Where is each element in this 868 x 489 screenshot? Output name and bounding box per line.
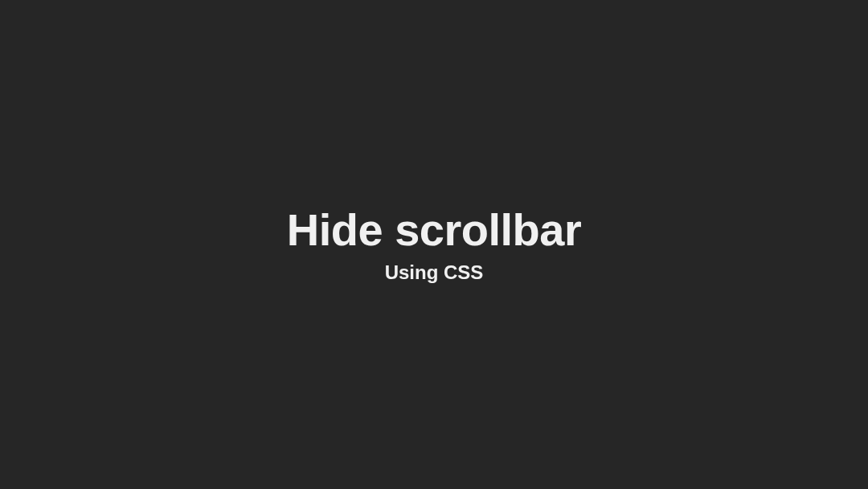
title-container: Hide scrollbar Using CSS	[287, 205, 581, 284]
subtitle: Using CSS	[287, 261, 581, 284]
main-title: Hide scrollbar	[287, 205, 581, 255]
